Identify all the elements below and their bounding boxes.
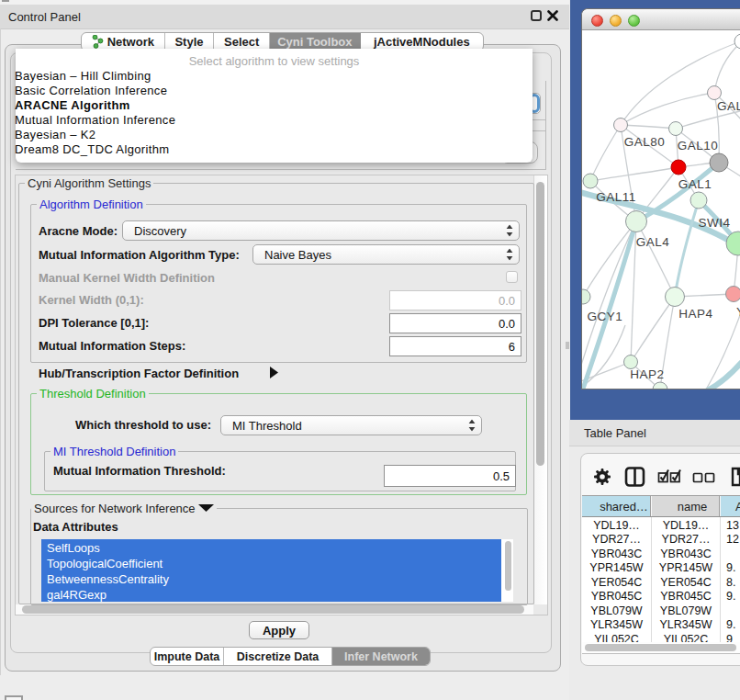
svg-text:HAP4: HAP4 [678,307,712,321]
svg-text:GAL10: GAL10 [678,139,719,152]
svg-text:GAL11: GAL11 [596,190,636,204]
svg-text:HAP2: HAP2 [630,367,664,381]
svg-text:SWI4: SWI4 [698,216,730,230]
svg-text:GAL2: GAL2 [717,99,740,113]
svg-text:GCY1: GCY1 [588,310,623,323]
svg-text:Y: Y [736,305,740,319]
svg-text:GAL1: GAL1 [678,177,712,191]
svg-text:GAL4: GAL4 [636,235,670,249]
svg-text:GAL80: GAL80 [624,135,666,149]
